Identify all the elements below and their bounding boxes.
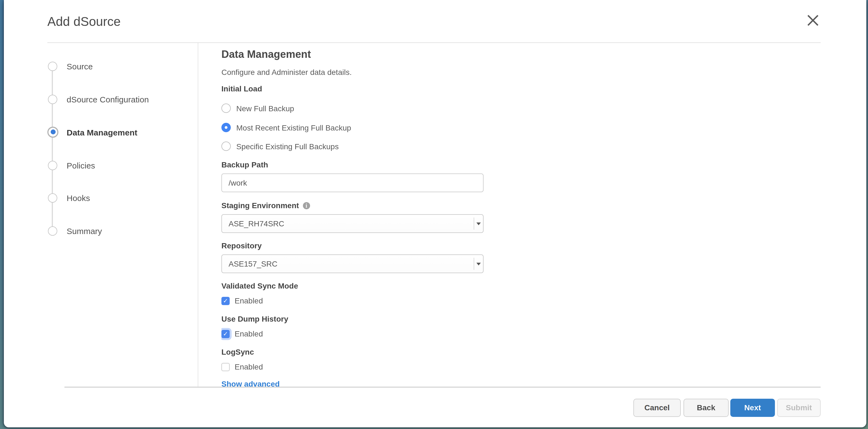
staging-environment-label-text: Staging Environment	[221, 201, 299, 210]
radio-most-recent-existing-full-backup[interactable]: Most Recent Existing Full Backup	[221, 123, 351, 132]
radio-specific-existing-full-backups[interactable]: Specific Existing Full Backups	[221, 142, 339, 151]
dropdown-arrow-zone[interactable]	[474, 255, 483, 273]
close-button[interactable]	[804, 11, 822, 29]
dropdown-selected-value: ASE157_SRC	[228, 255, 277, 273]
step-label: Data Management	[67, 127, 137, 137]
step-circle-icon	[48, 94, 57, 104]
step-circle-icon	[48, 160, 57, 170]
sidebar-divider	[198, 43, 198, 387]
step-label: dSource Configuration	[67, 94, 149, 104]
validated-sync-mode-label: Validated Sync Mode	[221, 281, 298, 290]
checkbox-checked-icon[interactable]: ✓	[221, 297, 230, 305]
validated-sync-mode-checkbox-row[interactable]: ✓ Enabled	[221, 296, 263, 305]
cancel-button[interactable]: Cancel	[633, 399, 681, 417]
dropdown-selected-value: ASE_RH74SRC	[228, 215, 284, 233]
radio-selected-icon	[221, 123, 231, 132]
panel-subheading: Configure and Administer data details.	[221, 68, 352, 76]
step-label: Hooks	[67, 193, 90, 203]
repository-label: Repository	[221, 241, 261, 250]
checkbox-checked-icon[interactable]: ✓	[221, 330, 230, 338]
backup-path-label: Backup Path	[221, 160, 268, 169]
use-dump-history-label: Use Dump History	[221, 314, 288, 323]
next-button[interactable]: Next	[730, 399, 775, 417]
radio-unselected-icon	[221, 103, 231, 113]
staging-environment-label: Staging Environment i	[221, 201, 310, 210]
dropdown-arrow-zone[interactable]	[474, 215, 483, 233]
backup-path-input[interactable]	[221, 174, 484, 192]
show-advanced-link[interactable]: Show advanced	[221, 379, 280, 387]
panel-heading: Data Management	[221, 49, 311, 61]
repository-dropdown[interactable]: ASE157_SRC	[221, 254, 484, 273]
use-dump-history-checkbox-row[interactable]: ✓ Enabled	[221, 329, 263, 338]
logsync-label: LogSync	[221, 347, 254, 356]
step-circle-icon	[48, 193, 57, 203]
add-dsource-dialog: Add dSource Source dSource Configuration…	[4, 0, 866, 427]
radio-label: New Full Backup	[236, 104, 294, 113]
checkbox-label: Enabled	[235, 362, 263, 371]
step-label: Summary	[67, 226, 102, 236]
info-icon[interactable]: i	[303, 202, 310, 209]
initial-load-label: Initial Load	[221, 84, 262, 93]
footer-divider	[64, 387, 820, 388]
radio-unselected-icon	[221, 142, 231, 151]
logsync-checkbox-row[interactable]: Enabled	[221, 362, 263, 371]
radio-label: Most Recent Existing Full Backup	[236, 123, 351, 132]
data-management-panel: Data Management Configure and Administer…	[221, 43, 820, 387]
step-circle-icon	[48, 61, 57, 71]
checkbox-label: Enabled	[235, 296, 263, 305]
radio-new-full-backup[interactable]: New Full Backup	[221, 103, 294, 113]
checkbox-label: Enabled	[235, 329, 263, 338]
back-button[interactable]: Back	[683, 399, 728, 417]
step-label: Source	[67, 61, 93, 71]
submit-button[interactable]: Submit	[777, 399, 820, 417]
dialog-title: Add dSource	[48, 14, 121, 29]
step-circle-icon	[48, 226, 57, 236]
step-circle-active-icon	[48, 126, 58, 137]
page-background: Add dSource Source dSource Configuration…	[0, 0, 868, 429]
checkbox-unchecked-icon[interactable]	[221, 363, 230, 371]
radio-label: Specific Existing Full Backups	[236, 142, 339, 151]
chevron-down-icon	[476, 222, 481, 225]
chevron-down-icon	[476, 263, 481, 266]
staging-environment-dropdown[interactable]: ASE_RH74SRC	[221, 214, 484, 233]
step-label: Policies	[67, 160, 95, 170]
close-icon	[804, 22, 822, 31]
